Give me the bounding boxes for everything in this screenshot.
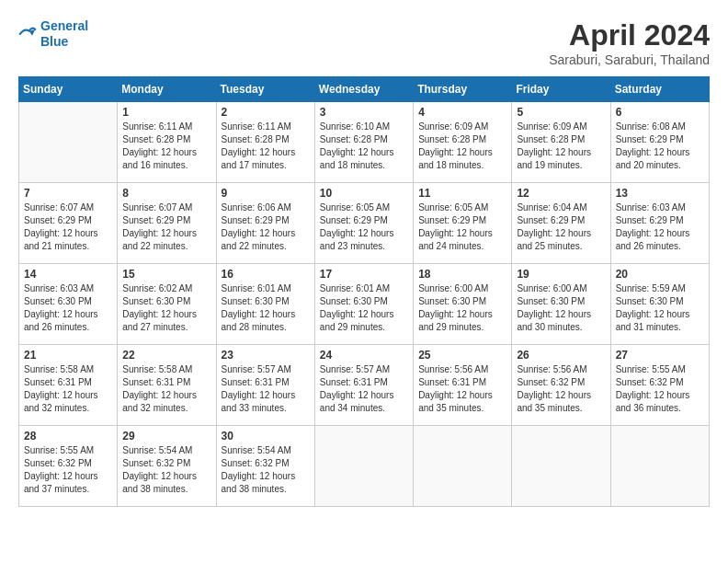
day-number: 10 [320, 187, 408, 200]
week-row-1: 1 Sunrise: 6:11 AM Sunset: 6:28 PM Dayli… [19, 102, 710, 183]
day-info: Sunrise: 6:01 AM Sunset: 6:30 PM Dayligh… [320, 282, 408, 334]
day-info: Sunrise: 6:00 AM Sunset: 6:30 PM Dayligh… [418, 282, 506, 334]
day-info: Sunrise: 5:55 AM Sunset: 6:32 PM Dayligh… [24, 444, 112, 496]
day-info: Sunrise: 6:00 AM Sunset: 6:30 PM Dayligh… [517, 282, 605, 334]
header-cell-friday: Friday [512, 77, 610, 102]
header-cell-saturday: Saturday [610, 77, 709, 102]
day-info: Sunrise: 6:06 AM Sunset: 6:29 PM Dayligh… [222, 201, 310, 253]
location: Saraburi, Saraburi, Thailand [549, 52, 710, 67]
day-number: 15 [122, 268, 210, 281]
day-number: 23 [222, 349, 310, 362]
day-number: 27 [616, 349, 704, 362]
day-number: 7 [24, 187, 112, 200]
day-cell: 6 Sunrise: 6:08 AM Sunset: 6:29 PM Dayli… [610, 102, 709, 183]
week-row-4: 21 Sunrise: 5:58 AM Sunset: 6:31 PM Dayl… [19, 345, 710, 426]
day-number: 1 [122, 106, 210, 119]
day-cell: 20 Sunrise: 5:59 AM Sunset: 6:30 PM Dayl… [610, 264, 709, 345]
day-number: 4 [418, 106, 506, 119]
day-info: Sunrise: 6:09 AM Sunset: 6:28 PM Dayligh… [517, 121, 605, 172]
day-info: Sunrise: 6:11 AM Sunset: 6:28 PM Dayligh… [122, 121, 210, 172]
logo: General Blue [18, 18, 88, 50]
week-row-2: 7 Sunrise: 6:07 AM Sunset: 6:29 PM Dayli… [19, 183, 710, 264]
day-cell: 15 Sunrise: 6:02 AM Sunset: 6:30 PM Dayl… [118, 264, 216, 345]
day-cell: 3 Sunrise: 6:10 AM Sunset: 6:28 PM Dayli… [314, 102, 413, 183]
day-number: 19 [517, 268, 605, 281]
day-cell: 21 Sunrise: 5:58 AM Sunset: 6:31 PM Dayl… [19, 345, 118, 426]
day-number: 25 [418, 349, 506, 362]
day-cell: 26 Sunrise: 5:56 AM Sunset: 6:32 PM Dayl… [512, 345, 610, 426]
calendar-container: General Blue April 2024 Saraburi, Sarabu… [0, 0, 728, 563]
day-cell: 10 Sunrise: 6:05 AM Sunset: 6:29 PM Dayl… [314, 183, 413, 264]
day-cell: 23 Sunrise: 5:57 AM Sunset: 6:31 PM Dayl… [216, 345, 314, 426]
day-cell: 17 Sunrise: 6:01 AM Sunset: 6:30 PM Dayl… [314, 264, 413, 345]
day-number: 3 [320, 106, 408, 119]
day-cell: 30 Sunrise: 5:54 AM Sunset: 6:32 PM Dayl… [216, 426, 314, 507]
logo-icon [18, 25, 37, 43]
day-cell: 2 Sunrise: 6:11 AM Sunset: 6:28 PM Dayli… [216, 102, 314, 183]
day-cell: 27 Sunrise: 5:55 AM Sunset: 6:32 PM Dayl… [610, 345, 709, 426]
day-info: Sunrise: 6:10 AM Sunset: 6:28 PM Dayligh… [320, 121, 408, 172]
day-number: 30 [222, 430, 310, 442]
day-info: Sunrise: 5:55 AM Sunset: 6:32 PM Dayligh… [616, 363, 704, 415]
day-info: Sunrise: 6:08 AM Sunset: 6:29 PM Dayligh… [616, 121, 704, 172]
day-info: Sunrise: 5:54 AM Sunset: 6:32 PM Dayligh… [122, 444, 210, 496]
day-number: 9 [222, 187, 310, 200]
header-cell-sunday: Sunday [19, 77, 118, 102]
logo-text: General Blue [40, 18, 88, 50]
day-cell: 29 Sunrise: 5:54 AM Sunset: 6:32 PM Dayl… [118, 426, 216, 507]
header-cell-thursday: Thursday [414, 77, 512, 102]
day-info: Sunrise: 6:03 AM Sunset: 6:30 PM Dayligh… [24, 282, 112, 334]
calendar-table: SundayMondayTuesdayWednesdayThursdayFrid… [18, 76, 710, 507]
day-number: 8 [122, 187, 210, 200]
day-number: 6 [616, 106, 704, 119]
day-info: Sunrise: 5:57 AM Sunset: 6:31 PM Dayligh… [222, 363, 310, 415]
header-cell-wednesday: Wednesday [314, 77, 413, 102]
day-info: Sunrise: 6:09 AM Sunset: 6:28 PM Dayligh… [418, 121, 506, 172]
day-number: 28 [24, 430, 112, 442]
day-info: Sunrise: 5:58 AM Sunset: 6:31 PM Dayligh… [24, 363, 112, 415]
day-cell: 13 Sunrise: 6:03 AM Sunset: 6:29 PM Dayl… [610, 183, 709, 264]
header-cell-tuesday: Tuesday [216, 77, 314, 102]
day-number: 29 [122, 430, 210, 442]
day-number: 24 [320, 349, 408, 362]
day-info: Sunrise: 5:56 AM Sunset: 6:31 PM Dayligh… [418, 363, 506, 415]
calendar-body: 1 Sunrise: 6:11 AM Sunset: 6:28 PM Dayli… [19, 102, 710, 507]
day-info: Sunrise: 6:04 AM Sunset: 6:29 PM Dayligh… [517, 201, 605, 253]
day-number: 21 [24, 349, 112, 362]
day-cell: 7 Sunrise: 6:07 AM Sunset: 6:29 PM Dayli… [19, 183, 118, 264]
day-cell: 9 Sunrise: 6:06 AM Sunset: 6:29 PM Dayli… [216, 183, 314, 264]
day-cell: 24 Sunrise: 5:57 AM Sunset: 6:31 PM Dayl… [314, 345, 413, 426]
week-row-3: 14 Sunrise: 6:03 AM Sunset: 6:30 PM Dayl… [19, 264, 710, 345]
day-number: 12 [517, 187, 605, 200]
day-info: Sunrise: 6:02 AM Sunset: 6:30 PM Dayligh… [122, 282, 210, 334]
day-cell: 5 Sunrise: 6:09 AM Sunset: 6:28 PM Dayli… [512, 102, 610, 183]
day-cell [314, 426, 413, 507]
month-title: April 2024 [549, 18, 710, 52]
day-cell: 11 Sunrise: 6:05 AM Sunset: 6:29 PM Dayl… [414, 183, 512, 264]
day-info: Sunrise: 6:11 AM Sunset: 6:28 PM Dayligh… [222, 121, 310, 172]
day-number: 18 [418, 268, 506, 281]
day-cell: 14 Sunrise: 6:03 AM Sunset: 6:30 PM Dayl… [19, 264, 118, 345]
day-info: Sunrise: 6:01 AM Sunset: 6:30 PM Dayligh… [222, 282, 310, 334]
day-number: 5 [517, 106, 605, 119]
day-number: 11 [418, 187, 506, 200]
day-info: Sunrise: 6:05 AM Sunset: 6:29 PM Dayligh… [418, 201, 506, 253]
day-number: 22 [122, 349, 210, 362]
day-cell: 8 Sunrise: 6:07 AM Sunset: 6:29 PM Dayli… [118, 183, 216, 264]
day-cell [512, 426, 610, 507]
day-number: 2 [222, 106, 310, 119]
day-info: Sunrise: 6:07 AM Sunset: 6:29 PM Dayligh… [122, 201, 210, 253]
day-cell: 4 Sunrise: 6:09 AM Sunset: 6:28 PM Dayli… [414, 102, 512, 183]
day-cell: 19 Sunrise: 6:00 AM Sunset: 6:30 PM Dayl… [512, 264, 610, 345]
day-info: Sunrise: 6:03 AM Sunset: 6:29 PM Dayligh… [616, 201, 704, 253]
day-cell: 22 Sunrise: 5:58 AM Sunset: 6:31 PM Dayl… [118, 345, 216, 426]
day-number: 14 [24, 268, 112, 281]
day-info: Sunrise: 5:56 AM Sunset: 6:32 PM Dayligh… [517, 363, 605, 415]
day-cell [610, 426, 709, 507]
header: General Blue April 2024 Saraburi, Sarabu… [18, 18, 710, 67]
day-info: Sunrise: 5:54 AM Sunset: 6:32 PM Dayligh… [222, 444, 310, 496]
day-cell: 28 Sunrise: 5:55 AM Sunset: 6:32 PM Dayl… [19, 426, 118, 507]
day-info: Sunrise: 6:05 AM Sunset: 6:29 PM Dayligh… [320, 201, 408, 253]
day-number: 13 [616, 187, 704, 200]
day-cell: 18 Sunrise: 6:00 AM Sunset: 6:30 PM Dayl… [414, 264, 512, 345]
